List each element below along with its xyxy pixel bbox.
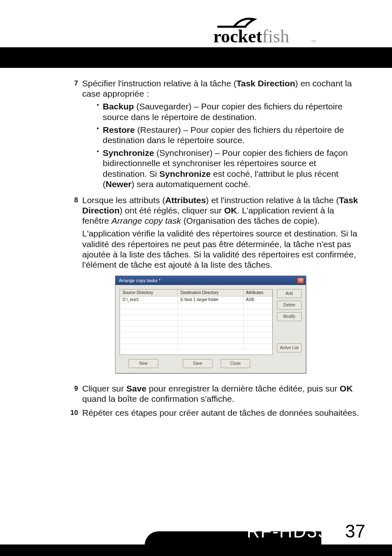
text: Lorsque les attributs (	[82, 195, 165, 205]
screenshot-dialog: Arrange copy tasks * × Source Directory …	[115, 276, 359, 373]
header-black-bar	[0, 47, 392, 68]
table-row	[120, 344, 272, 350]
term-newer: Newer	[106, 179, 131, 189]
cell-destination: E:\test 1 target folder	[178, 297, 243, 303]
col-attributes[interactable]: Attributes	[243, 290, 272, 297]
italic-arrange-copy-task: Arrange copy task	[111, 216, 181, 225]
step-body: Lorsque les attributs (Attributes) et l'…	[82, 195, 359, 380]
arrange-copy-tasks-dialog: Arrange copy tasks * × Source Directory …	[115, 276, 306, 373]
dialog-side-buttons: Add Delete Modify Active List	[273, 289, 302, 355]
new-button[interactable]: New	[129, 359, 158, 368]
close-icon[interactable]: ×	[297, 278, 304, 284]
term-task-direction: Task Direction	[236, 79, 295, 88]
step-body: Spécifier l'instruction relative à la tâ…	[82, 78, 359, 192]
step-body: Cliquer sur Save pour enregistrer la der…	[82, 383, 359, 404]
text: pour enregistrer la dernière tâche édité…	[146, 384, 339, 393]
save-button[interactable]: Save	[183, 359, 212, 368]
step-number: 7	[70, 78, 82, 192]
text: Cliquer sur	[82, 384, 126, 393]
bullet-dot-icon	[95, 148, 103, 189]
table-row	[120, 332, 272, 338]
footer-bar	[0, 544, 392, 556]
add-button[interactable]: Add	[277, 289, 302, 298]
term-ok: OK	[224, 206, 237, 215]
term-synchronize: Synchronize	[103, 148, 154, 158]
table-row	[120, 303, 272, 309]
text: quand la boîte de confirmation s'affiche…	[82, 394, 234, 403]
document-content: 7 Spécifier l'instruction relative à la …	[70, 78, 359, 421]
cell-source: D:\_test1	[120, 297, 178, 303]
table-row	[120, 315, 272, 321]
term-synchronize-2: Synchronize	[159, 169, 211, 178]
brand-logo: rocketfish TM	[213, 14, 320, 46]
page-header: rocketfish TM	[0, 0, 392, 68]
table-row[interactable]: D:\_test1 E:\test 1 target folder ASB	[120, 297, 272, 303]
table-row	[120, 321, 272, 327]
table-row	[120, 338, 272, 344]
dialog-titlebar: Arrange copy tasks * ×	[115, 276, 306, 285]
table-header-row: Source Directory Destination Directory A…	[120, 290, 272, 297]
term-restore: Restore	[103, 125, 135, 134]
dialog-bottom-buttons: New Save Close	[115, 359, 306, 373]
step-7: 7 Spécifier l'instruction relative à la …	[70, 78, 359, 192]
bullet-item: Restore (Restaurer) – Pour copier des fi…	[95, 125, 359, 145]
bullet-dot-icon	[95, 101, 103, 122]
step-body: Répéter ces étapes pour créer autant de …	[82, 408, 359, 418]
step-9: 9 Cliquer sur Save pour enregistrer la d…	[70, 383, 359, 404]
svg-point-0	[250, 19, 253, 22]
modify-button[interactable]: Modify	[277, 312, 302, 321]
task-table: Source Directory Destination Directory A…	[120, 290, 272, 350]
bullet-item: Backup (Sauvegarder) – Pour copier des f…	[95, 101, 359, 122]
cell-attributes: ASB	[243, 297, 272, 303]
col-destination[interactable]: Destination Directory	[178, 290, 243, 297]
bullet-list: Backup (Sauvegarder) – Pour copier des f…	[95, 101, 359, 189]
text: ) ont été réglés, cliquer sur	[120, 206, 224, 215]
footer-right: RF-HD35 37	[247, 521, 365, 542]
text: (Sauvegarder) – Pour copier des fichiers…	[103, 102, 343, 121]
paragraph: L'application vérifie la validité des ré…	[82, 228, 359, 270]
close-button[interactable]: Close	[221, 359, 250, 368]
table-row	[120, 309, 272, 315]
step-number: 9	[70, 383, 82, 404]
logo-text-bold: rocket	[213, 26, 262, 46]
logo-text-light: fish	[262, 26, 289, 46]
col-source[interactable]: Source Directory	[120, 290, 178, 297]
svg-text:rocketfish: rocketfish	[213, 26, 289, 46]
text: ) sera automatiquement coché.	[131, 179, 251, 189]
term-backup: Backup	[103, 102, 134, 111]
active-list-button[interactable]: Active List	[277, 343, 302, 352]
model-number: RF-HD35	[247, 521, 329, 542]
step-10: 10 Répéter ces étapes pour créer autant …	[70, 408, 359, 418]
text: ) et l'instruction relative à la tâche (	[206, 195, 339, 205]
svg-text:TM: TM	[311, 39, 316, 43]
page-number: 37	[345, 521, 365, 542]
step-number: 8	[70, 195, 82, 380]
text: (Restaurer) – Pour copier des fichiers d…	[103, 125, 344, 145]
term-ok-2: OK	[340, 384, 353, 393]
text: (Organisation des tâches de copie).	[181, 216, 319, 225]
step-number: 10	[70, 408, 82, 418]
bullet-dot-icon	[95, 125, 103, 145]
dialog-title: Arrange copy tasks *	[119, 278, 297, 283]
page-footer: RF-HD35 37	[0, 519, 392, 556]
dialog-body: Source Directory Destination Directory A…	[115, 285, 306, 359]
table-row	[120, 327, 272, 332]
term-save: Save	[126, 384, 146, 393]
task-grid[interactable]: Source Directory Destination Directory A…	[120, 289, 273, 355]
step-8: 8 Lorsque les attributs (Attributes) et …	[70, 195, 359, 380]
delete-button[interactable]: Delete	[277, 301, 302, 310]
text: Spécifier l'instruction relative à la tâ…	[82, 79, 236, 88]
bullet-item: Synchronize (Synchroniser) – Pour copier…	[95, 148, 359, 189]
term-attributes: Attributes	[165, 195, 206, 205]
rocketfish-logo-icon: rocketfish TM	[213, 14, 320, 46]
